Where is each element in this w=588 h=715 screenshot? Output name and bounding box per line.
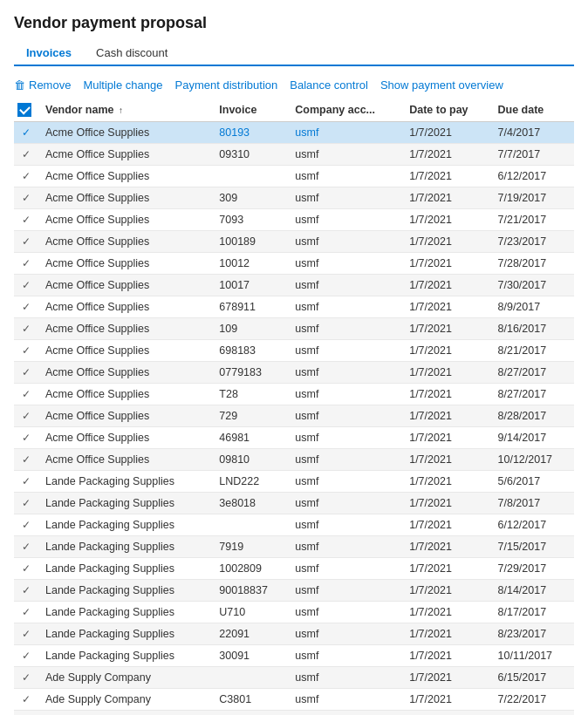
table-row[interactable]: ✓Acme Office Supplies09810usmf1/7/202110…: [14, 449, 574, 471]
col-header-due-date[interactable]: Due date: [491, 99, 575, 122]
row-checkbox-cell[interactable]: ✓: [14, 427, 38, 449]
col-header-invoice[interactable]: Invoice: [212, 99, 288, 122]
table-row[interactable]: ✓Acme Office Supplies10012usmf1/7/20217/…: [14, 253, 574, 275]
row-checkbox[interactable]: ✓: [19, 213, 33, 227]
table-row[interactable]: ✓Acme Office Supplies0779183usmf1/7/2021…: [14, 362, 574, 384]
row-checkbox-cell[interactable]: ✓: [14, 711, 38, 716]
row-checkbox-cell[interactable]: ✓: [14, 253, 38, 275]
row-checkbox-cell[interactable]: ✓: [14, 514, 38, 536]
table-row[interactable]: ✓Lande Packaging SuppliesLND222usmf1/7/2…: [14, 471, 574, 493]
select-all-header[interactable]: [14, 99, 38, 122]
col-header-date-to-pay[interactable]: Date to pay: [402, 99, 490, 122]
row-checkbox[interactable]: ✓: [19, 169, 33, 183]
row-checkbox-cell[interactable]: ✓: [14, 623, 38, 645]
table-row[interactable]: ✓Lande Packaging Supplies22091usmf1/7/20…: [14, 623, 574, 645]
row-checkbox[interactable]: ✓: [19, 278, 33, 292]
row-checkbox-cell[interactable]: ✓: [14, 187, 38, 209]
row-checkbox-cell[interactable]: ✓: [14, 144, 38, 166]
row-checkbox[interactable]: ✓: [19, 671, 33, 684]
table-row[interactable]: ✓Acme Office SuppliesT28usmf1/7/20218/27…: [14, 384, 574, 405]
row-checkbox[interactable]: ✓: [19, 583, 33, 597]
row-checkbox[interactable]: ✓: [19, 453, 33, 466]
row-checkbox[interactable]: ✓: [19, 256, 33, 270]
row-checkbox[interactable]: ✓: [19, 540, 33, 554]
row-checkbox[interactable]: ✓: [19, 147, 33, 161]
row-checkbox-cell[interactable]: ✓: [14, 362, 38, 384]
row-checkbox-cell[interactable]: ✓: [14, 122, 38, 144]
table-row[interactable]: ✓Acme Office Supplies46981usmf1/7/20219/…: [14, 427, 574, 449]
remove-button[interactable]: 🗑 Remove: [14, 78, 71, 92]
row-checkbox[interactable]: ✓: [19, 692, 33, 706]
row-checkbox[interactable]: ✓: [19, 409, 33, 423]
row-checkbox[interactable]: ✓: [19, 649, 33, 663]
row-checkbox[interactable]: ✓: [19, 518, 33, 532]
row-checkbox[interactable]: ✓: [19, 431, 33, 445]
invoice-cell[interactable]: 80193: [212, 122, 288, 144]
row-checkbox[interactable]: ✓: [19, 387, 33, 401]
row-checkbox-cell[interactable]: ✓: [14, 558, 38, 580]
row-checkbox-cell[interactable]: ✓: [14, 318, 38, 340]
table-row[interactable]: ✓Acme Office Supplies100189usmf1/7/20217…: [14, 231, 574, 253]
row-checkbox-cell[interactable]: ✓: [14, 275, 38, 296]
table-row[interactable]: ✓Acme Office Supplies309usmf1/7/20217/19…: [14, 187, 574, 209]
row-checkbox[interactable]: ✓: [19, 496, 33, 510]
row-checkbox[interactable]: ✓: [19, 126, 33, 140]
col-header-company-account[interactable]: Company acc...: [288, 99, 402, 122]
table-row[interactable]: ✓Acme Office Supplies10017usmf1/7/20217/…: [14, 275, 574, 296]
row-checkbox-cell[interactable]: ✓: [14, 689, 38, 711]
multiple-change-button[interactable]: Multiple change: [83, 78, 162, 92]
payment-distribution-button[interactable]: Payment distribution: [174, 78, 277, 92]
table-row[interactable]: ✓Lande Packaging Supplies1002809usmf1/7/…: [14, 558, 574, 580]
table-row[interactable]: ✓Acme Office Supplies109usmf1/7/20218/16…: [14, 318, 574, 340]
table-row[interactable]: ✓Lande Packaging Supplies3e8018usmf1/7/2…: [14, 493, 574, 514]
table-row[interactable]: ✓Lande Packaging Supplies30091usmf1/7/20…: [14, 645, 574, 667]
row-checkbox-cell[interactable]: ✓: [14, 209, 38, 231]
table-row[interactable]: ✓Acme Office Supplies80193usmf1/7/20217/…: [14, 122, 574, 144]
row-checkbox-cell[interactable]: ✓: [14, 296, 38, 318]
row-checkbox-cell[interactable]: ✓: [14, 405, 38, 427]
row-checkbox-cell[interactable]: ✓: [14, 231, 38, 253]
row-checkbox[interactable]: ✓: [19, 474, 33, 488]
row-checkbox-cell[interactable]: ✓: [14, 645, 38, 667]
table-row[interactable]: ✓Acme Office Suppliesusmf1/7/20216/12/20…: [14, 166, 574, 187]
row-checkbox[interactable]: ✓: [19, 300, 33, 314]
table-row[interactable]: ✓Acme Office Supplies678911usmf1/7/20218…: [14, 296, 574, 318]
table-row[interactable]: ✓Ade Supply Companyusmf1/7/20216/15/2017: [14, 667, 574, 689]
balance-control-button[interactable]: Balance control: [290, 78, 368, 92]
col-header-vendor-name[interactable]: Vendor name ↑: [38, 99, 212, 122]
row-checkbox[interactable]: ✓: [19, 322, 33, 336]
row-checkbox-cell[interactable]: ✓: [14, 580, 38, 602]
row-checkbox-cell[interactable]: ✓: [14, 667, 38, 689]
company-account-cell[interactable]: usmf: [288, 122, 402, 144]
row-checkbox-cell[interactable]: ✓: [14, 166, 38, 187]
table-row[interactable]: ✓Lande Packaging SuppliesU710usmf1/7/202…: [14, 602, 574, 623]
row-checkbox-cell[interactable]: ✓: [14, 602, 38, 623]
show-payment-overview-button[interactable]: Show payment overview: [380, 78, 503, 92]
row-checkbox[interactable]: ✓: [19, 191, 33, 205]
table-row[interactable]: ✓Acme Office Supplies729usmf1/7/20218/28…: [14, 405, 574, 427]
check-icon: ✓: [22, 606, 31, 618]
row-checkbox-cell[interactable]: ✓: [14, 493, 38, 514]
row-checkbox[interactable]: ✓: [19, 627, 33, 641]
row-checkbox-cell[interactable]: ✓: [14, 471, 38, 493]
table-row[interactable]: ✓Lande Packaging Suppliesusmf1/7/20216/1…: [14, 514, 574, 536]
row-checkbox-cell[interactable]: ✓: [14, 449, 38, 471]
table-row[interactable]: ✓Lande Packaging Supplies90018837usmf1/7…: [14, 580, 574, 602]
row-checkbox[interactable]: ✓: [19, 562, 33, 575]
table-row[interactable]: ✓Acme Office Supplies698183usmf1/7/20218…: [14, 340, 574, 362]
row-checkbox[interactable]: ✓: [19, 235, 33, 249]
tab-cash-discount[interactable]: Cash discount: [84, 41, 180, 66]
tab-invoices[interactable]: Invoices: [14, 41, 84, 66]
row-checkbox[interactable]: ✓: [19, 605, 33, 619]
table-row[interactable]: ✓Acme Office Supplies09310usmf1/7/20217/…: [14, 144, 574, 166]
row-checkbox[interactable]: ✓: [19, 365, 33, 379]
table-row[interactable]: ✓Ade Supply Company56usmf1/7/20218/15/20…: [14, 711, 574, 716]
table-row[interactable]: ✓Lande Packaging Supplies7919usmf1/7/202…: [14, 536, 574, 558]
table-row[interactable]: ✓Acme Office Supplies7093usmf1/7/20217/2…: [14, 209, 574, 231]
row-checkbox-cell[interactable]: ✓: [14, 536, 38, 558]
table-row[interactable]: ✓Ade Supply CompanyC3801usmf1/7/20217/22…: [14, 689, 574, 711]
select-all-checkbox[interactable]: [17, 103, 31, 117]
row-checkbox[interactable]: ✓: [19, 344, 33, 358]
row-checkbox-cell[interactable]: ✓: [14, 384, 38, 405]
row-checkbox-cell[interactable]: ✓: [14, 340, 38, 362]
